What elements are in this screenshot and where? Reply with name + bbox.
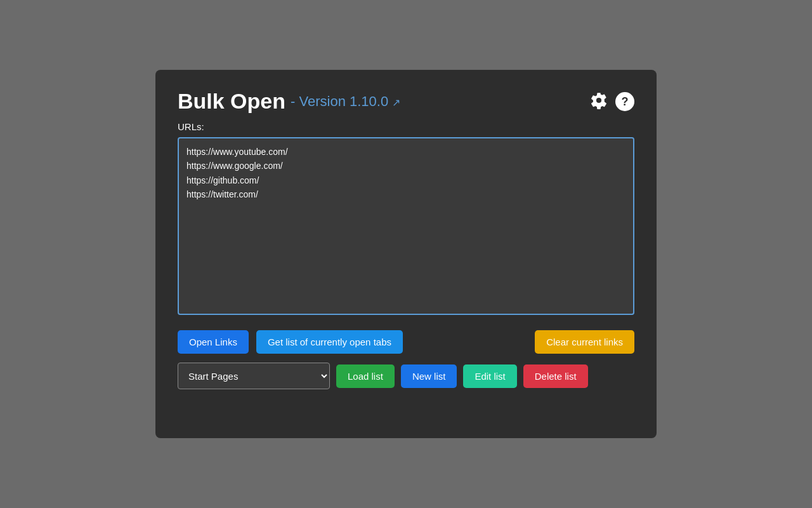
help-button[interactable]: ? xyxy=(615,92,634,111)
urls-label: URLs: xyxy=(178,121,634,132)
clear-links-button[interactable]: Clear current links xyxy=(535,330,634,354)
edit-list-button[interactable]: Edit list xyxy=(463,364,516,388)
load-list-button[interactable]: Load list xyxy=(336,364,395,388)
header-icons: ? xyxy=(589,90,634,113)
gear-icon xyxy=(590,91,608,109)
button-row-2: Start Pages Load list New list Edit list… xyxy=(178,363,634,389)
app-version: - Version 1.10.0 ↗ xyxy=(291,93,400,110)
external-link-icon[interactable]: ↗ xyxy=(392,97,400,108)
button-row-1: Open Links Get list of currently open ta… xyxy=(178,330,634,354)
settings-button[interactable] xyxy=(589,90,609,113)
app-container: Bulk Open - Version 1.10.0 ↗ ? URLs: htt… xyxy=(155,70,657,438)
list-dropdown[interactable]: Start Pages xyxy=(178,363,330,389)
title-area: Bulk Open - Version 1.10.0 ↗ xyxy=(178,89,400,114)
new-list-button[interactable]: New list xyxy=(401,364,457,388)
get-tabs-button[interactable]: Get list of currently open tabs xyxy=(256,330,403,354)
app-title: Bulk Open xyxy=(178,89,285,114)
header: Bulk Open - Version 1.10.0 ↗ ? xyxy=(178,89,634,114)
open-links-button[interactable]: Open Links xyxy=(178,330,249,354)
delete-list-button[interactable]: Delete list xyxy=(523,364,588,388)
help-icon: ? xyxy=(615,92,634,111)
url-textarea[interactable]: https://www.youtube.com/ https://www.goo… xyxy=(178,137,634,315)
